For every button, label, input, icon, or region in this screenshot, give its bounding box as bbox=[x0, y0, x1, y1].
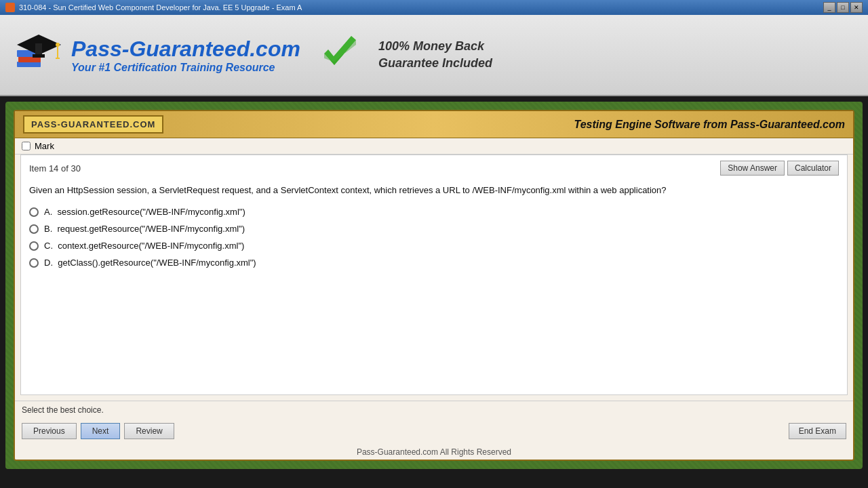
option-radio-c[interactable] bbox=[29, 241, 39, 251]
option-row-d: D. getClass().getResource("/WEB-INF/myco… bbox=[29, 258, 839, 268]
question-header-row: Item 14 of 30 Show Answer Calculator bbox=[29, 161, 839, 178]
checkmark-icon bbox=[321, 35, 358, 75]
question-text: Given an HttpSession session, a ServletR… bbox=[29, 184, 839, 197]
calculator-button[interactable]: Calculator bbox=[787, 161, 839, 176]
site-branding: Pass-Guaranteed.com Your #1 Certificatio… bbox=[71, 37, 300, 74]
checkmark-area bbox=[321, 35, 358, 75]
option-label-c: C. context.getResource("/WEB-INF/myconfi… bbox=[44, 241, 244, 251]
option-text-d: getClass().getResource("/WEB-INF/myconfi… bbox=[58, 258, 256, 268]
restore-button[interactable]: □ bbox=[837, 2, 849, 13]
site-name: Pass-Guaranteed.com bbox=[71, 37, 300, 62]
option-text-b: request.getResource("/WEB-INF/myconfig.x… bbox=[58, 224, 245, 234]
minimize-button[interactable]: _ bbox=[823, 2, 835, 13]
svg-marker-9 bbox=[324, 36, 356, 65]
mark-label: Mark bbox=[35, 141, 54, 151]
site-header: Pass-Guaranteed.com Your #1 Certificatio… bbox=[0, 15, 868, 96]
site-tagline: Your #1 Certification Training Resource bbox=[71, 62, 300, 74]
option-label-b: B. request.getResource("/WEB-INF/myconfi… bbox=[44, 224, 245, 234]
nav-row: Previous Next Review End Exam bbox=[15, 419, 853, 445]
end-exam-button[interactable]: End Exam bbox=[789, 423, 846, 439]
option-radio-b[interactable] bbox=[29, 224, 39, 234]
option-row-a: A. session.getResource("/WEB-INF/myconfi… bbox=[29, 207, 839, 217]
option-text-c: context.getResource("/WEB-INF/myconfig.x… bbox=[58, 241, 244, 251]
option-text-a: session.getResource("/WEB-INF/myconfig.x… bbox=[58, 207, 245, 217]
exam-header-bar: PASS-GUARANTEED.COM Testing Engine Softw… bbox=[15, 111, 853, 138]
option-id-a: A. bbox=[44, 207, 55, 217]
mark-row: Mark bbox=[15, 138, 853, 155]
logo-area: Pass-Guaranteed.com Your #1 Certificatio… bbox=[14, 31, 300, 79]
show-answer-button[interactable]: Show Answer bbox=[720, 161, 785, 176]
nav-left-buttons: Previous Next Review bbox=[22, 423, 174, 439]
exam-logo-badge: PASS-GUARANTEED.COM bbox=[23, 115, 163, 134]
option-radio-a[interactable] bbox=[29, 207, 39, 217]
window-controls: _ □ ✕ bbox=[823, 2, 863, 13]
option-label-a: A. session.getResource("/WEB-INF/myconfi… bbox=[44, 207, 245, 217]
graduation-cap-icon bbox=[14, 31, 64, 79]
instruction-text: Select the best choice. bbox=[22, 405, 104, 415]
option-radio-d[interactable] bbox=[29, 258, 39, 268]
svg-rect-5 bbox=[33, 54, 45, 58]
question-area: Item 14 of 30 Show Answer Calculator Giv… bbox=[20, 155, 848, 395]
option-id-b: B. bbox=[44, 224, 55, 234]
exam-container: PASS-GUARANTEED.COM Testing Engine Softw… bbox=[14, 110, 854, 461]
review-button[interactable]: Review bbox=[124, 423, 174, 439]
guarantee-text: 100% Money Back Guarantee Included bbox=[378, 38, 492, 72]
svg-rect-4 bbox=[35, 43, 42, 56]
svg-rect-0 bbox=[17, 62, 41, 67]
svg-point-6 bbox=[56, 43, 60, 47]
titlebar: 310-084 - Sun Certified Web Component De… bbox=[0, 0, 868, 15]
app-icon bbox=[5, 3, 15, 12]
option-row-c: C. context.getResource("/WEB-INF/myconfi… bbox=[29, 241, 839, 251]
mark-checkbox[interactable] bbox=[22, 142, 31, 150]
exam-frame: PASS-GUARANTEED.COM Testing Engine Softw… bbox=[5, 102, 863, 469]
option-label-d: D. getClass().getResource("/WEB-INF/myco… bbox=[44, 258, 256, 268]
item-counter: Item 14 of 30 bbox=[29, 163, 81, 174]
next-button[interactable]: Next bbox=[81, 423, 121, 439]
instruction-row: Select the best choice. bbox=[15, 401, 853, 419]
titlebar-title: 310-084 - Sun Certified Web Component De… bbox=[19, 3, 302, 12]
previous-button[interactable]: Previous bbox=[22, 423, 77, 439]
close-button[interactable]: ✕ bbox=[850, 2, 863, 13]
exam-title: Testing Engine Software from Pass-Guaran… bbox=[574, 119, 846, 131]
footer: Pass-Guaranteed.com All Rights Reserved bbox=[15, 445, 853, 460]
option-id-d: D. bbox=[44, 258, 56, 268]
action-buttons: Show Answer Calculator bbox=[720, 161, 839, 176]
footer-text: Pass-Guaranteed.com All Rights Reserved bbox=[357, 447, 511, 457]
option-row-b: B. request.getResource("/WEB-INF/myconfi… bbox=[29, 224, 839, 234]
option-id-c: C. bbox=[44, 241, 56, 251]
